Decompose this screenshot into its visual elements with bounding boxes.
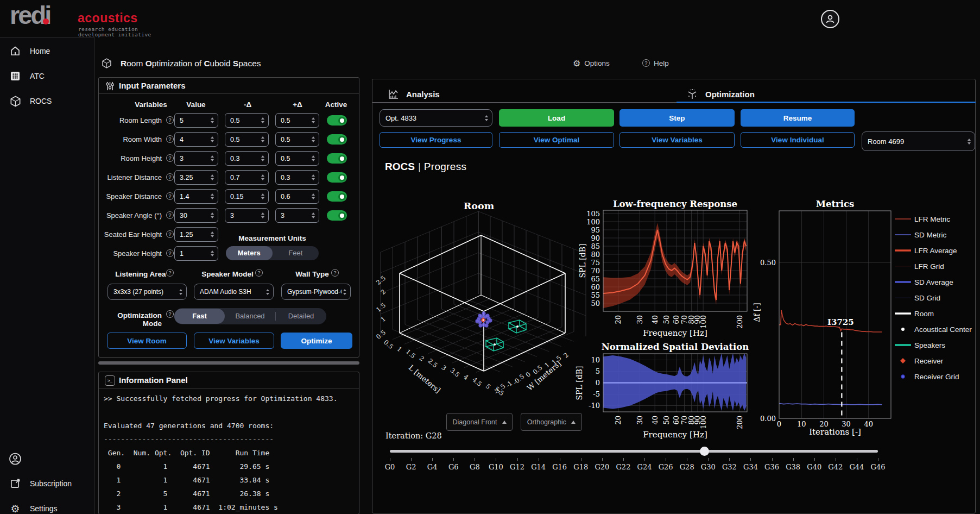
generation-label[interactable]: G16 [552,463,567,471]
tab-analysis[interactable]: Analysis [388,86,440,102]
spinner-arrows[interactable] [209,231,218,237]
projection-select[interactable]: Orthographic [521,413,582,431]
help-icon[interactable]: ? [166,211,174,219]
help-icon[interactable]: ? [166,192,174,200]
active-toggle[interactable] [327,210,347,221]
number-input[interactable]: 0.3 [225,151,269,166]
sidebar-item-home[interactable]: Home [0,41,94,61]
spinner-arrows[interactable] [260,155,268,161]
number-input[interactable]: 5 [174,113,218,128]
generation-label[interactable]: G38 [786,463,800,471]
spinner-arrows[interactable] [310,193,319,199]
options-button[interactable]: ⚙ Options [573,55,610,71]
spinner-arrows[interactable] [260,117,268,123]
number-input[interactable]: 1 [174,246,218,261]
spinner-arrows[interactable] [310,212,319,218]
view-progress-button[interactable]: View Progress [380,132,492,148]
sidebar-item-rocs[interactable]: ROCS [0,91,94,111]
number-input[interactable]: 3.25 [174,170,218,185]
number-input[interactable]: 3 [275,208,319,223]
iteration-slider-track[interactable] [390,450,878,453]
generation-label[interactable]: G34 [743,463,758,471]
load-button[interactable]: Load [499,109,614,127]
generation-label[interactable]: G44 [849,463,864,471]
tab-optimization[interactable]: Optimization [686,86,755,102]
units-option-feet[interactable]: Feet [273,246,319,260]
help-icon[interactable]: ? [166,310,174,318]
generation-label[interactable]: G12 [510,463,524,471]
help-icon[interactable]: ? [255,269,263,277]
spinner-arrows[interactable] [209,136,218,142]
active-toggle[interactable] [327,191,347,202]
wall-type-select[interactable]: Gypsum-Plywood-Gypsu [281,284,351,300]
spinner-arrows[interactable] [260,212,268,218]
help-icon[interactable]: ? [166,230,174,238]
view-variables-button[interactable]: View Variables [619,132,735,148]
generation-label[interactable]: G4 [427,463,438,471]
room-select[interactable]: Room 4699 [862,131,975,151]
units-option-meters[interactable]: Meters [226,246,273,260]
generation-label[interactable]: G8 [470,463,480,471]
spinner-arrows[interactable] [209,212,218,218]
generation-label[interactable]: G0 [385,463,395,471]
number-input[interactable]: 0.5 [275,113,319,128]
number-input[interactable]: 0.3 [275,170,319,185]
mode-option-balanced[interactable]: Balanced [225,309,275,324]
generation-label[interactable]: G6 [448,463,459,471]
spinner-arrows[interactable] [209,174,218,180]
generation-label[interactable]: G14 [531,463,546,471]
optimize-button[interactable]: Optimize [281,333,352,349]
help-icon[interactable]: ? [166,135,174,143]
number-input[interactable]: 0.15 [225,189,269,204]
view-individual-button[interactable]: View Individual [741,132,855,148]
view-variables-button[interactable]: View Variables [194,333,274,349]
spinner-arrows[interactable] [310,174,319,180]
mode-option-fast[interactable]: Fast [174,309,225,324]
generation-label[interactable]: G2 [406,463,416,471]
generation-label[interactable]: G32 [722,463,737,471]
generation-label[interactable]: G10 [489,463,503,471]
spinner-arrows[interactable] [209,250,218,256]
number-input[interactable]: 3 [174,151,218,166]
generation-label[interactable]: G26 [659,463,673,471]
sidebar-item-avatar[interactable] [0,448,94,469]
generation-label[interactable]: G40 [807,463,821,471]
sidebar-item-settings[interactable]: ⚙ Settings [0,498,94,514]
spinner-arrows[interactable] [209,155,218,161]
sidebar-item-atc[interactable]: ATC [0,66,94,86]
generation-label[interactable]: G28 [680,463,694,471]
account-button[interactable] [821,10,839,28]
generation-label[interactable]: G24 [637,463,652,471]
number-input[interactable]: 0.5 [225,132,269,147]
iteration-slider-handle[interactable] [700,447,709,456]
generation-label[interactable]: G22 [616,463,630,471]
help-icon[interactable]: ? [166,173,174,181]
generation-label[interactable]: G46 [871,463,886,471]
help-icon[interactable]: ? [166,116,174,124]
number-input[interactable]: 4 [174,132,218,147]
number-input[interactable]: 1.4 [174,189,218,204]
view-angle-select[interactable]: Diagonal Front [446,413,513,431]
active-toggle[interactable] [327,134,347,145]
spinner-arrows[interactable] [260,174,268,180]
sidebar-item-subscription[interactable]: Subscription [0,473,94,494]
spinner-arrows[interactable] [209,193,218,199]
active-toggle[interactable] [327,172,347,183]
help-icon[interactable]: ? [166,154,174,162]
number-input[interactable]: 30 [174,208,218,223]
speaker-model-select[interactable]: ADAM Audio S3H [194,284,274,300]
spinner-arrows[interactable] [209,117,218,123]
number-input[interactable]: 3 [225,208,269,223]
number-input[interactable]: 0.5 [225,113,269,128]
listening-area-select[interactable]: 3x3x3 (27 points) [108,284,187,300]
generation-label[interactable]: G20 [595,463,609,471]
redi-acoustics-logo[interactable]: redi acoustics research education develo… [8,2,171,36]
view-optimal-button[interactable]: View Optimal [499,132,614,148]
number-input[interactable]: 0.5 [275,151,319,166]
step-button[interactable]: Step [619,109,735,127]
view-room-button[interactable]: View Room [107,333,187,349]
number-input[interactable]: 0.7 [225,170,269,185]
active-toggle[interactable] [327,115,347,126]
generation-label[interactable]: G30 [701,463,716,471]
spinner-arrows[interactable] [260,136,268,142]
